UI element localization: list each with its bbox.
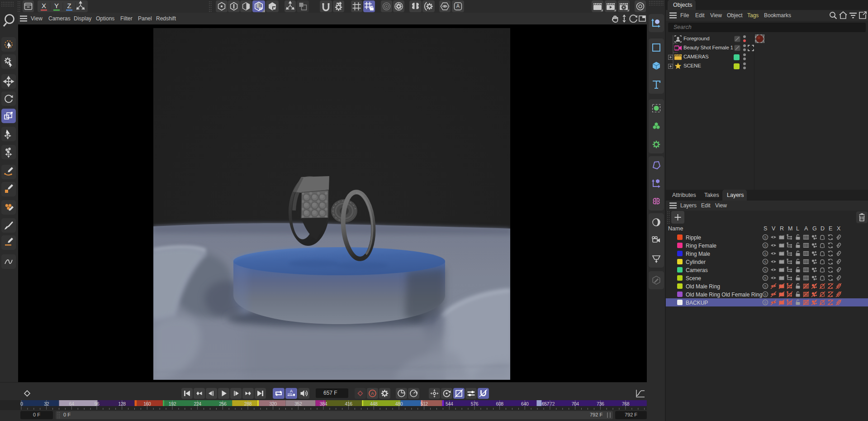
svg-text:S: S: [764, 292, 766, 297]
svg-text:S: S: [764, 276, 766, 280]
svg-text:A: A: [371, 391, 374, 396]
svg-text:A: A: [290, 389, 293, 393]
svg-text:S: S: [764, 260, 766, 264]
svg-text:S: S: [764, 268, 766, 272]
svg-text:S: S: [764, 252, 766, 256]
svg-text:Y: Y: [54, 2, 59, 10]
svg-text:S: S: [764, 244, 766, 248]
svg-text:A: A: [456, 3, 460, 9]
svg-text:S: S: [764, 301, 766, 305]
svg-text:S: S: [764, 284, 766, 288]
svg-text:S: S: [764, 235, 766, 239]
svg-text:X: X: [42, 2, 46, 10]
svg-text:Z: Z: [67, 2, 71, 10]
